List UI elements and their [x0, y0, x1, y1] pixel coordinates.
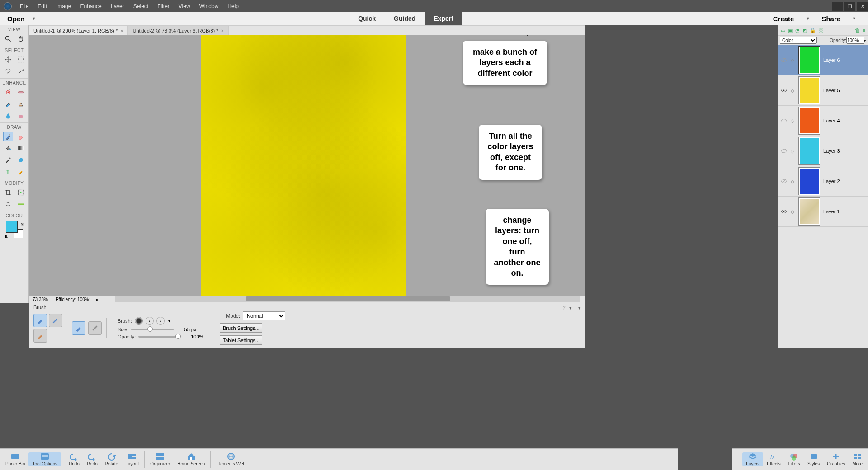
- effects-tab-button[interactable]: fxEffects: [763, 452, 784, 466]
- close-button[interactable]: ✕: [857, 2, 868, 11]
- clone-stamp-tool-icon[interactable]: [16, 99, 26, 109]
- eraser-tool-icon[interactable]: [16, 132, 26, 141]
- move-tool-icon[interactable]: [3, 55, 13, 65]
- straighten-tool-icon[interactable]: [16, 199, 26, 209]
- gradient-tool-icon[interactable]: [16, 143, 26, 153]
- zoom-level[interactable]: 73.33%: [29, 297, 52, 302]
- text-tool-icon[interactable]: T: [3, 167, 13, 177]
- mode-guided[interactable]: Guided: [385, 12, 425, 25]
- menu-file[interactable]: File: [15, 3, 33, 9]
- zoom-tool-icon[interactable]: [3, 34, 13, 44]
- layer-name[interactable]: Layer 2: [823, 179, 840, 184]
- undo-button[interactable]: Undo: [65, 452, 83, 466]
- organizer-button[interactable]: Organizer: [146, 452, 174, 466]
- next-brush-icon[interactable]: ›: [156, 317, 165, 325]
- new-layer-icon[interactable]: ▭: [781, 28, 785, 33]
- lock-icon[interactable]: 🔒: [810, 28, 816, 33]
- layer-thumbnail[interactable]: [799, 168, 820, 195]
- create-dropdown-icon[interactable]: ▼: [803, 16, 812, 21]
- layer-name[interactable]: Layer 1: [823, 209, 840, 214]
- content-aware-tool-icon[interactable]: [3, 199, 13, 209]
- open-dropdown-icon[interactable]: ▼: [29, 16, 38, 21]
- share-button[interactable]: Share: [821, 15, 840, 23]
- document-tab[interactable]: Untitled-1 @ 200% (Layer 1, RGB/8) * ×: [29, 26, 128, 35]
- layer-thumbnail[interactable]: [799, 47, 820, 74]
- layer-row[interactable]: ◇Layer 6: [778, 45, 868, 75]
- visibility-off-icon[interactable]: [781, 148, 787, 154]
- opacity-stepper-icon[interactable]: ▸: [864, 38, 866, 42]
- layer-lock-icon[interactable]: ◇: [791, 58, 795, 63]
- swap-colors-icon[interactable]: ⤭: [20, 222, 24, 226]
- size-slider[interactable]: [131, 329, 174, 330]
- layer-name[interactable]: Layer 5: [823, 88, 840, 93]
- layer-row[interactable]: ◇Layer 5: [778, 75, 868, 106]
- color-swatch[interactable]: ⤭ ◧: [6, 221, 23, 238]
- layer-lock-icon[interactable]: ◇: [791, 88, 795, 93]
- blend-mode-select[interactable]: Color: [780, 37, 817, 44]
- marquee-tool-icon[interactable]: [16, 55, 26, 65]
- elements-web-button[interactable]: Elements Web: [212, 452, 249, 466]
- hand-tool-icon[interactable]: [16, 34, 26, 44]
- smart-brush-tool-icon[interactable]: [3, 99, 13, 109]
- tool-options-button[interactable]: Tool Options: [28, 452, 61, 466]
- visibility-on-icon[interactable]: [781, 208, 787, 215]
- graphics-tab-button[interactable]: Graphics: [823, 452, 849, 466]
- visibility-on-icon[interactable]: [781, 87, 787, 94]
- share-dropdown-icon[interactable]: ▼: [849, 16, 859, 21]
- layer-thumbnail[interactable]: [799, 137, 820, 164]
- brush-dropdown-icon[interactable]: ▼: [167, 319, 171, 323]
- visibility-off-icon[interactable]: [781, 118, 787, 124]
- layer-name[interactable]: Layer 6: [823, 57, 840, 63]
- delete-layer-icon[interactable]: 🗑: [855, 28, 860, 33]
- visibility-off-icon[interactable]: [781, 57, 787, 63]
- new-group-icon[interactable]: ▣: [788, 28, 793, 33]
- open-button[interactable]: Open: [0, 15, 29, 23]
- layer-thumbnail[interactable]: [799, 198, 820, 225]
- brush-mode-erase[interactable]: [88, 321, 102, 335]
- collapse-icon[interactable]: ▾: [578, 305, 581, 311]
- menu-help[interactable]: Help: [223, 3, 243, 9]
- layer-thumbnail[interactable]: [799, 77, 820, 104]
- menu-enhance[interactable]: Enhance: [75, 3, 106, 9]
- document-canvas[interactable]: [201, 35, 406, 296]
- layer-lock-icon[interactable]: ◇: [791, 118, 795, 123]
- blur-tool-icon[interactable]: [3, 111, 13, 121]
- mode-quick[interactable]: Quick: [349, 12, 385, 25]
- layout-button[interactable]: Layout: [122, 452, 142, 466]
- layer-lock-icon[interactable]: ◇: [791, 149, 795, 154]
- more-tab-button[interactable]: More: [849, 452, 866, 466]
- wand-tool-icon[interactable]: [16, 66, 26, 76]
- blend-mode-select[interactable]: Normal: [243, 311, 285, 320]
- layer-row[interactable]: ◇Layer 2: [778, 166, 868, 197]
- layer-opacity-input[interactable]: [846, 37, 864, 44]
- tablet-settings-button[interactable]: Tablet Settings...: [220, 335, 262, 345]
- visibility-off-icon[interactable]: [781, 178, 787, 184]
- menu-view[interactable]: View: [174, 3, 195, 9]
- tab-close-icon[interactable]: ×: [221, 28, 224, 33]
- brush-tool-icon[interactable]: [3, 132, 13, 141]
- layer-name[interactable]: Layer 3: [823, 148, 840, 154]
- styles-tab-button[interactable]: Styles: [804, 452, 823, 466]
- layer-lock-icon[interactable]: ◇: [791, 209, 795, 214]
- status-dropdown-icon[interactable]: ▸: [96, 297, 99, 302]
- panel-menu-icon[interactable]: ▾≡: [569, 305, 575, 311]
- menu-window[interactable]: Window: [195, 3, 223, 9]
- adjustment-layer-icon[interactable]: ◔: [795, 28, 800, 33]
- home-screen-button[interactable]: Home Screen: [174, 452, 208, 466]
- document-tab[interactable]: Untitled-2 @ 73.3% (Layer 6, RGB/8) * ×: [128, 26, 229, 35]
- brush-variant-color-replace[interactable]: [33, 329, 47, 343]
- opacity-slider[interactable]: [138, 336, 181, 338]
- photo-bin-button[interactable]: Photo Bin: [2, 452, 28, 466]
- maximize-button[interactable]: ❐: [844, 2, 855, 11]
- menu-filter[interactable]: Filter: [153, 3, 174, 9]
- create-button[interactable]: Create: [773, 15, 794, 23]
- rotate-button[interactable]: Rotate: [101, 452, 122, 466]
- layer-name[interactable]: Layer 4: [823, 118, 840, 123]
- pencil-tool-icon[interactable]: [16, 167, 26, 177]
- paint-bucket-tool-icon[interactable]: [3, 143, 13, 153]
- recompose-tool-icon[interactable]: [16, 188, 26, 197]
- layer-row[interactable]: ◇Layer 1: [778, 197, 868, 227]
- lasso-tool-icon[interactable]: [3, 66, 13, 76]
- mode-expert[interactable]: Expert: [425, 12, 462, 25]
- brush-settings-button[interactable]: Brush Settings...: [220, 323, 262, 333]
